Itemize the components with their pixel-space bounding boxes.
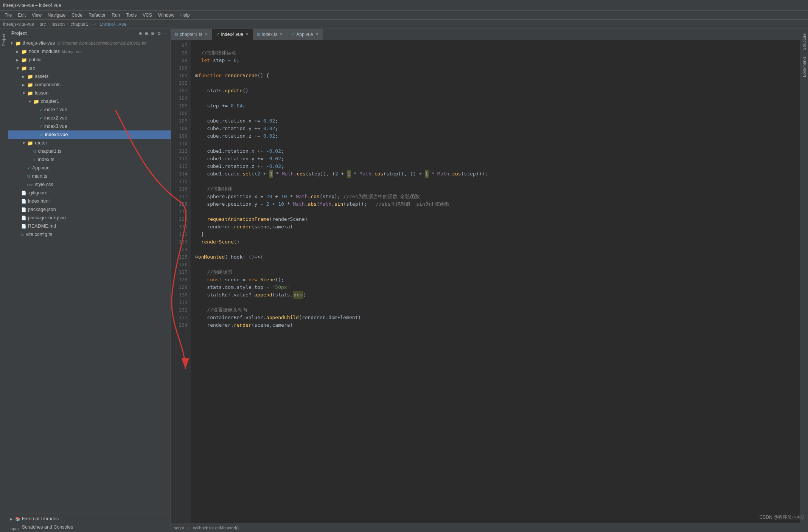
tab-close-chapter1[interactable]: ✕ <box>205 32 208 37</box>
code-line-134: renderer.render(scene,camera) <box>195 321 800 329</box>
breadcrumb-root[interactable]: threejs-vite-vue <box>3 22 34 27</box>
vue-file-icon: ✓ <box>39 132 44 138</box>
tree-vite-config[interactable]: ts vite.config.ts <box>8 230 171 239</box>
breadcrumb-file[interactable]: ✓ index4.vue <box>94 22 127 27</box>
code-line-133: containerRef.value?.appendChild(renderer… <box>195 314 800 321</box>
code-line-98: //控制物体运动 <box>195 49 800 57</box>
tree-lesson[interactable]: ▼ 📁 lesson <box>8 89 171 97</box>
tree-gitignore[interactable]: 📄 .gitignore <box>8 189 171 197</box>
library-icon: 📚 <box>15 516 20 521</box>
code-line-101: ⊡function renderScene() { <box>195 72 800 79</box>
tab-index4-vue[interactable]: ✓ index4.vue ✕ <box>212 29 253 40</box>
tree-index1-vue[interactable]: ✓ index1.vue <box>8 105 171 114</box>
sync-icon[interactable]: ⊕ <box>138 30 143 36</box>
code-line-129: stats.dom.style.top = "50px" <box>195 284 800 291</box>
breadcrumb-lesson[interactable]: lesson <box>52 22 65 27</box>
hide-icon[interactable]: — <box>163 30 168 36</box>
code-content[interactable]: 97 98 99 100 101 102 103 104 105 106 107… <box>171 40 800 523</box>
breadcrumb-chapter1[interactable]: chapter1 <box>70 22 88 27</box>
code-line-122: } <box>195 231 800 238</box>
code-line-114: cube1.scale.set((2 + 1 * Math.cos(step))… <box>195 170 800 178</box>
code-line-106 <box>195 110 800 117</box>
menu-window[interactable]: Window <box>155 12 177 18</box>
code-line-105: step += 0.04; <box>195 102 800 110</box>
title-bar: threejs-vite-vue – index4.vue <box>0 0 808 11</box>
tab-close-app-vue[interactable]: ✕ <box>315 32 319 37</box>
tab-index-ts[interactable]: ts index.ts ✕ <box>253 29 287 40</box>
code-line-132: //设置摄像头朝向 <box>195 306 800 314</box>
layout-icon[interactable]: ⊟ <box>151 30 155 36</box>
file-tree-panel: Project ⊕ ≡ ⊟ ⚙ — ▼ 📁 threejs-vite-vue D… <box>8 29 171 532</box>
code-lines[interactable]: //控制物体运动 let step = 0; ⊡function renderS… <box>191 40 800 523</box>
code-line-113: cube1.rotation.z += -0.02; <box>195 163 800 170</box>
menu-run[interactable]: Run <box>109 12 123 18</box>
tab-chapter1-ts[interactable]: ts chapter1.ts ✕ <box>171 29 212 40</box>
menu-refactor[interactable]: Refactor <box>85 12 109 18</box>
root-label: threejs-vite-vue <box>23 40 55 46</box>
tree-node-modules[interactable]: ▶ 📁 node_modules library root <box>8 47 171 56</box>
left-strip: Project <box>0 29 8 532</box>
code-line-107: cube.rotation.x += 0.02; <box>195 117 800 125</box>
tab-close-index4[interactable]: ✕ <box>246 32 249 37</box>
tree-app-vue[interactable]: ✓ App.vue <box>8 164 171 172</box>
bookmarks-label[interactable]: Bookmarks <box>801 53 807 80</box>
menu-navigate[interactable]: Navigate <box>45 12 68 18</box>
project-tab-label[interactable]: Project <box>1 32 7 48</box>
code-line-125: ⊡onMounted( hook: ()=>{ <box>195 253 800 261</box>
tree-package-lock-json[interactable]: 📄 package-lock.json <box>8 214 171 222</box>
menu-file[interactable]: File <box>2 12 15 18</box>
tree-index-html[interactable]: 📄 index.html <box>8 197 171 205</box>
menu-edit[interactable]: Edit <box>15 12 29 18</box>
tree-external-libraries[interactable]: ▶ 📚 External Libraries <box>8 515 171 523</box>
project-label: Project <box>11 31 27 36</box>
code-line-121: renderer.render(scene,camera) <box>195 223 800 231</box>
menu-vcs[interactable]: VCS <box>140 12 155 18</box>
tree-readme[interactable]: 📄 README.md <box>8 222 171 230</box>
title-text: threejs-vite-vue – index4.vue <box>3 3 61 8</box>
expand-icon: ▼ <box>10 41 14 45</box>
breadcrumb: threejs-vite-vue › src › lesson › chapte… <box>0 20 808 29</box>
side-panel-right: Structure Bookmarks <box>800 29 808 532</box>
tree-chapter1[interactable]: ▼ 📁 chapter1 <box>8 97 171 105</box>
menu-tools[interactable]: Tools <box>123 12 140 18</box>
tree-index2-vue[interactable]: ✓ index2.vue <box>8 114 171 122</box>
npm-label[interactable]: npm <box>8 525 21 532</box>
tree-src[interactable]: ▼ 📁 src <box>8 64 171 72</box>
tree-main-ts[interactable]: ts main.ts <box>8 172 171 180</box>
code-editor: ts chapter1.ts ✕ ✓ index4.vue ✕ ts index… <box>171 29 800 532</box>
code-line-108: cube.rotation.y += 0.02; <box>195 125 800 132</box>
line-numbers: 97 98 99 100 101 102 103 104 105 106 107… <box>171 40 191 523</box>
list-icon[interactable]: ≡ <box>144 30 149 36</box>
tree-style-css[interactable]: css style.css <box>8 180 171 189</box>
gear-icon[interactable]: ⚙ <box>157 30 161 36</box>
code-line-123: renderScene() <box>195 238 800 246</box>
tree-scratches[interactable]: ▶ 🔧 Scratches and Consoles <box>8 523 171 531</box>
menu-help[interactable]: Help <box>177 12 193 18</box>
tab-app-vue[interactable]: ✓ App.vue ✕ <box>287 29 323 40</box>
tree-index-ts[interactable]: ts index.ts <box>8 155 171 164</box>
tree-router[interactable]: ▼ 📁 router <box>8 139 171 147</box>
breadcrumb-src[interactable]: src <box>40 22 46 27</box>
structure-label[interactable]: Structure <box>801 30 807 53</box>
code-line-128: const scene = new Scene(); <box>195 276 800 284</box>
tree-public[interactable]: ▶ 📁 public <box>8 56 171 64</box>
menu-code[interactable]: Code <box>68 12 85 18</box>
tree-components[interactable]: ▶ 📁 components <box>8 81 171 89</box>
code-line-124 <box>195 246 800 253</box>
tree-index4-vue[interactable]: ✓ index4.vue <box>8 130 171 139</box>
code-line-131 <box>195 299 800 306</box>
status-callback: callback for onMounted() <box>193 526 239 530</box>
code-line-118: sphere.position.y = 2 + 10 * Math.abs(Ma… <box>195 200 800 208</box>
root-path: D:\ProgramWorkSpace\WebStorm\20230902-th… <box>57 41 146 45</box>
tree-package-json[interactable]: 📄 package.json <box>8 205 171 214</box>
tree-root[interactable]: ▼ 📁 threejs-vite-vue D:\ProgramWorkSpace… <box>8 39 171 47</box>
menu-bar: File Edit View Navigate Code Refactor Ru… <box>0 11 808 20</box>
tree-chapter1-ts[interactable]: ts chapter1.ts <box>8 147 171 155</box>
tree-assets[interactable]: ▶ 📁 assets <box>8 72 171 81</box>
menu-view[interactable]: View <box>29 12 45 18</box>
code-line-103: stats.update() <box>195 87 800 95</box>
tree-index3-vue[interactable]: ✓ index3.vue <box>8 122 171 130</box>
bottom-tree-items: ▶ 📚 External Libraries ▶ 🔧 Scratches and… <box>8 513 171 532</box>
code-line-116: //控制物体 <box>195 185 800 193</box>
tab-close-index-ts[interactable]: ✕ <box>280 32 283 37</box>
